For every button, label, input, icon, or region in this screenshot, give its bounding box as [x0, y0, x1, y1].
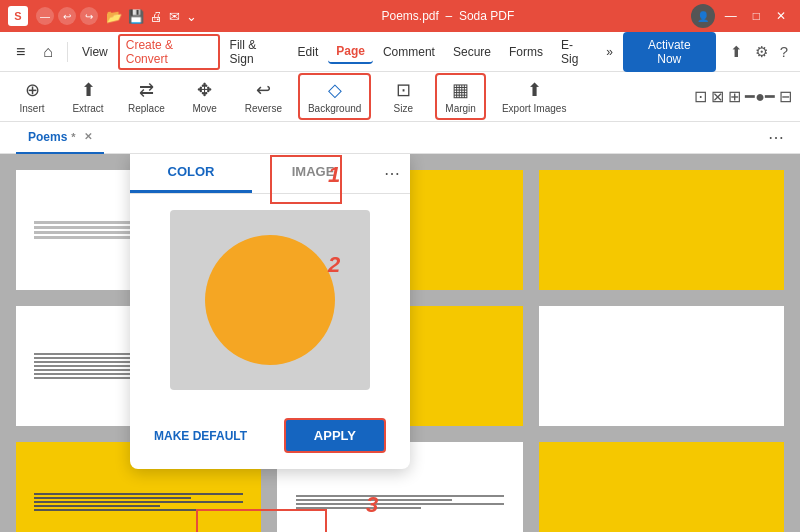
menu-secure[interactable]: Secure: [445, 41, 499, 63]
export-images-icon: ⬆: [527, 79, 542, 101]
color-circle: [205, 235, 335, 365]
insert-icon: ⊕: [25, 79, 40, 101]
tab-poems[interactable]: Poems * ✕: [16, 122, 104, 154]
tool-background[interactable]: ◇ Background: [298, 73, 371, 120]
toolbar-sep-1: [67, 42, 68, 62]
tab-poems-close[interactable]: ✕: [84, 131, 92, 142]
menu-home[interactable]: ⌂: [35, 39, 61, 65]
panel-actions: MAKE DEFAULT APPLY: [130, 406, 410, 453]
menu-more[interactable]: »: [598, 41, 621, 63]
open-icon[interactable]: 📂: [106, 9, 122, 24]
menu-create-convert[interactable]: Create & Convert: [118, 34, 220, 70]
step-3-indicator: 3: [366, 492, 378, 518]
page-toolbar-right: ⊡ ⊠ ⊞ ━●━ ⊟: [694, 87, 792, 106]
help-icon[interactable]: ?: [776, 43, 792, 60]
menu-hamburger[interactable]: ≡: [8, 39, 33, 65]
tool-extract[interactable]: ⬆ Extract: [64, 75, 112, 118]
reverse-icon: ↩: [256, 79, 271, 101]
tool-move[interactable]: ✥ Move: [181, 75, 229, 118]
panel-tab-more[interactable]: ⋯: [374, 154, 410, 193]
print-icon[interactable]: 🖨: [150, 9, 163, 24]
pdf-page-3[interactable]: [539, 170, 784, 290]
menu-page[interactable]: Page: [328, 40, 373, 64]
document-tab-bar: Poems * ✕ ⋯: [0, 122, 800, 154]
move-icon: ✥: [197, 79, 212, 101]
tool-export-images[interactable]: ⬆ Export Images: [494, 75, 574, 118]
panel-tab-image[interactable]: IMAGE: [252, 154, 374, 193]
page-toolbar: ⊕ Insert ⬆ Extract ⇄ Replace ✥ Move ↩ Re…: [0, 72, 800, 122]
background-panel: COLOR IMAGE ⋯ MAKE DEFAULT APPLY: [130, 154, 410, 469]
tool-replace[interactable]: ⇄ Replace: [120, 75, 173, 118]
tool-reverse-label: Reverse: [245, 103, 282, 114]
profile-button[interactable]: 👤: [691, 4, 715, 28]
app-logo: S: [8, 6, 28, 26]
menu-view[interactable]: View: [74, 41, 116, 63]
crop-icon[interactable]: ⊡: [694, 87, 707, 106]
title-bar: S — ↩ ↪ 📂 💾 🖨 ✉ ⌄ Poems.pdf – Soda PDF 👤…: [0, 0, 800, 32]
panel-tab-color[interactable]: COLOR: [130, 154, 252, 193]
tool-extract-label: Extract: [72, 103, 103, 114]
tool-insert[interactable]: ⊕ Insert: [8, 75, 56, 118]
window-maximize-button[interactable]: □: [747, 9, 766, 23]
step-1-indicator: 1: [328, 162, 340, 188]
menu-fill-sign[interactable]: Fill & Sign: [222, 34, 288, 70]
email-icon[interactable]: ✉: [169, 9, 180, 24]
undo-button[interactable]: ↩: [58, 7, 76, 25]
tool-margin-label: Margin: [445, 103, 476, 114]
redo-button[interactable]: ↪: [80, 7, 98, 25]
activate-button[interactable]: Activate Now: [623, 32, 716, 72]
menu-toolbar: ≡ ⌂ View Create & Convert Fill & Sign Ed…: [0, 32, 800, 72]
trim-icon[interactable]: ⊠: [711, 87, 724, 106]
make-default-button[interactable]: MAKE DEFAULT: [154, 429, 247, 443]
title-bar-right: 👤 — □ ✕: [691, 4, 792, 28]
menu-esig[interactable]: E-Sig: [553, 34, 596, 70]
toolbar-right-actions: ⬆ ⚙ ?: [726, 43, 792, 61]
slider-control[interactable]: ━●━: [745, 87, 775, 106]
window-close-button[interactable]: ✕: [770, 9, 792, 23]
apply-button[interactable]: APPLY: [284, 418, 386, 453]
menu-forms[interactable]: Forms: [501, 41, 551, 63]
tab-poems-label: Poems: [28, 130, 67, 144]
tool-margin[interactable]: ▦ Margin: [435, 73, 486, 120]
color-preview-area[interactable]: [170, 210, 370, 390]
tab-poems-modified: *: [71, 131, 75, 143]
pdf-page-9[interactable]: [539, 442, 784, 532]
pdf-page-6[interactable]: [539, 306, 784, 426]
replace-icon: ⇄: [139, 79, 154, 101]
menu-comment[interactable]: Comment: [375, 41, 443, 63]
share-icon[interactable]: ⬆: [726, 43, 747, 61]
tool-insert-label: Insert: [19, 103, 44, 114]
minimize-button[interactable]: —: [36, 7, 54, 25]
tool-export-images-label: Export Images: [502, 103, 566, 114]
settings-icon[interactable]: ⚙: [751, 43, 772, 61]
tool-size-label: Size: [394, 103, 413, 114]
window-title: Poems.pdf – Soda PDF: [205, 9, 691, 23]
more-icon[interactable]: ⌄: [186, 9, 197, 24]
menu-edit[interactable]: Edit: [290, 41, 327, 63]
main-content-area: 4 8 COLOR IMA: [0, 154, 800, 532]
window-minimize-button[interactable]: —: [719, 9, 743, 23]
background-icon: ◇: [328, 79, 342, 101]
extract-icon: ⬆: [81, 79, 96, 101]
tab-more-button[interactable]: ⋯: [768, 128, 784, 147]
panel-tab-bar: COLOR IMAGE ⋯: [130, 154, 410, 194]
layout-icon[interactable]: ⊟: [779, 87, 792, 106]
grid-icon[interactable]: ⊞: [728, 87, 741, 106]
save-icon[interactable]: 💾: [128, 9, 144, 24]
window-controls: — ↩ ↪: [36, 7, 98, 25]
tool-size[interactable]: ⊡ Size: [379, 75, 427, 118]
margin-icon: ▦: [452, 79, 469, 101]
tool-replace-label: Replace: [128, 103, 165, 114]
tool-reverse[interactable]: ↩ Reverse: [237, 75, 290, 118]
tool-move-label: Move: [192, 103, 216, 114]
tool-background-label: Background: [308, 103, 361, 114]
step-2-indicator: 2: [328, 252, 340, 278]
size-icon: ⊡: [396, 79, 411, 101]
